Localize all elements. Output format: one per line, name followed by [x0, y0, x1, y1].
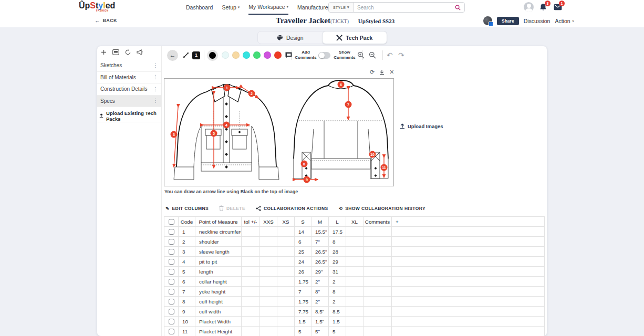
color-swatch[interactable]	[274, 51, 282, 59]
cell[interactable]: shoulder	[195, 237, 242, 247]
cell[interactable]	[392, 227, 545, 237]
cell[interactable]: 8.5"	[311, 307, 329, 317]
sidebar-item-sketches[interactable]: Sketches⋮	[97, 60, 161, 72]
sidebar-item-construction-details[interactable]: Construction Details⋮	[97, 83, 161, 96]
cell[interactable]	[363, 257, 392, 267]
cell[interactable]: 10	[179, 317, 195, 327]
search-icon[interactable]	[455, 5, 461, 10]
cell[interactable]: 2	[329, 277, 346, 287]
cell[interactable]: 15.5"	[311, 227, 329, 237]
cell[interactable]	[242, 287, 260, 297]
cell[interactable]: 6	[179, 277, 195, 287]
action-dropdown[interactable]: Action∨	[555, 18, 574, 24]
history-icon[interactable]	[125, 49, 131, 55]
cell[interactable]	[363, 277, 392, 287]
cell[interactable]: 6	[295, 237, 311, 247]
undo-icon[interactable]: ↶	[387, 51, 393, 59]
cell[interactable]: 14	[295, 227, 311, 237]
cell[interactable]: 7.75	[295, 307, 311, 317]
close-icon[interactable]: ✕	[389, 69, 394, 75]
column-header[interactable]: Comments	[363, 217, 392, 227]
row-checkbox[interactable]	[169, 279, 174, 285]
cell[interactable]: cuff width	[195, 307, 242, 317]
drawing-canvas[interactable]: 1 2 3 4 5	[164, 78, 394, 186]
cell[interactable]	[392, 287, 545, 297]
cell[interactable]	[242, 277, 260, 287]
edit-columns-button[interactable]: ✎Edit Columns	[165, 206, 209, 211]
delete-button[interactable]: Delete	[219, 205, 245, 211]
row-checkbox[interactable]	[169, 269, 174, 275]
cell[interactable]	[363, 287, 392, 297]
kebab-menu-icon[interactable]: ⋮	[153, 75, 158, 80]
cell[interactable]: 1.5"	[311, 317, 329, 327]
cell[interactable]	[346, 257, 363, 267]
row-checkbox[interactable]	[169, 239, 174, 245]
cell[interactable]	[392, 297, 545, 307]
cell[interactable]: 8	[329, 287, 346, 297]
cell[interactable]	[242, 257, 260, 267]
cell[interactable]	[363, 307, 392, 317]
cell[interactable]: 1.5	[329, 317, 346, 327]
cell[interactable]	[346, 297, 363, 307]
cell[interactable]	[277, 277, 295, 287]
cell[interactable]	[392, 257, 545, 267]
cell[interactable]: 2"	[311, 277, 329, 287]
color-swatch[interactable]	[222, 51, 229, 59]
cell[interactable]	[260, 247, 277, 257]
cell[interactable]: 1.75	[295, 277, 311, 287]
cell[interactable]	[363, 267, 392, 277]
color-swatch[interactable]	[264, 51, 271, 59]
cell[interactable]	[346, 227, 363, 237]
back-button[interactable]: ← BACK	[95, 17, 117, 24]
download-icon[interactable]	[379, 69, 385, 75]
column-header[interactable]: XXS	[260, 217, 277, 227]
nav-item-setup[interactable]: Setup▾	[222, 0, 240, 15]
cell[interactable]	[260, 317, 277, 327]
cell[interactable]	[363, 317, 392, 327]
cell[interactable]: 8.5	[329, 307, 346, 317]
cell[interactable]: cuff height	[195, 297, 242, 307]
cell[interactable]	[363, 237, 392, 247]
cell[interactable]: 3	[179, 247, 195, 257]
cell[interactable]: yoke height	[195, 287, 242, 297]
cell[interactable]: 1	[179, 227, 195, 237]
cell[interactable]	[260, 327, 277, 336]
cell[interactable]	[277, 307, 295, 317]
cell[interactable]	[346, 277, 363, 287]
nav-item-my-workspace[interactable]: My Workspace▾	[248, 0, 288, 15]
add-column-header[interactable]: +	[392, 217, 545, 227]
cell[interactable]	[260, 267, 277, 277]
cell[interactable]	[242, 307, 260, 317]
nav-item-manufacturers[interactable]: Manufacturers	[297, 0, 333, 15]
show-collaboration-history-button[interactable]: ⟲Show Collaboration History	[339, 206, 425, 211]
column-header[interactable]: Code	[179, 217, 195, 227]
cell[interactable]	[392, 237, 545, 247]
cell[interactable]: 17.5	[329, 227, 346, 237]
cell[interactable]	[392, 247, 545, 257]
cell[interactable]: 1.5	[295, 317, 311, 327]
sidebar-item-bill-of-materials[interactable]: Bill of Materials⋮	[97, 72, 161, 84]
cell[interactable]: neckline circumference	[195, 227, 242, 237]
cell[interactable]	[277, 237, 295, 247]
column-header[interactable]: S	[295, 217, 311, 227]
cell[interactable]	[242, 317, 260, 327]
messages-button[interactable]: 1	[554, 2, 562, 12]
cell[interactable]	[392, 327, 545, 336]
cell[interactable]	[392, 277, 545, 287]
cell[interactable]	[260, 227, 277, 237]
cell[interactable]	[277, 317, 295, 327]
zoom-out-icon[interactable]	[369, 51, 376, 59]
add-section-icon[interactable]	[101, 49, 107, 55]
cell[interactable]	[242, 237, 260, 247]
zoom-in-icon[interactable]	[357, 51, 365, 59]
cell[interactable]: length	[195, 267, 242, 277]
sidebar-item-specs[interactable]: Specs⋮	[97, 96, 161, 108]
brand-logo[interactable]: ÛpStyled	[79, 2, 115, 10]
cell[interactable]	[346, 237, 363, 247]
cell[interactable]: 7	[295, 287, 311, 297]
cell[interactable]	[346, 247, 363, 257]
user-avatar[interactable]	[524, 2, 534, 12]
row-checkbox[interactable]	[169, 249, 174, 255]
cell[interactable]	[260, 297, 277, 307]
cell[interactable]	[277, 297, 295, 307]
